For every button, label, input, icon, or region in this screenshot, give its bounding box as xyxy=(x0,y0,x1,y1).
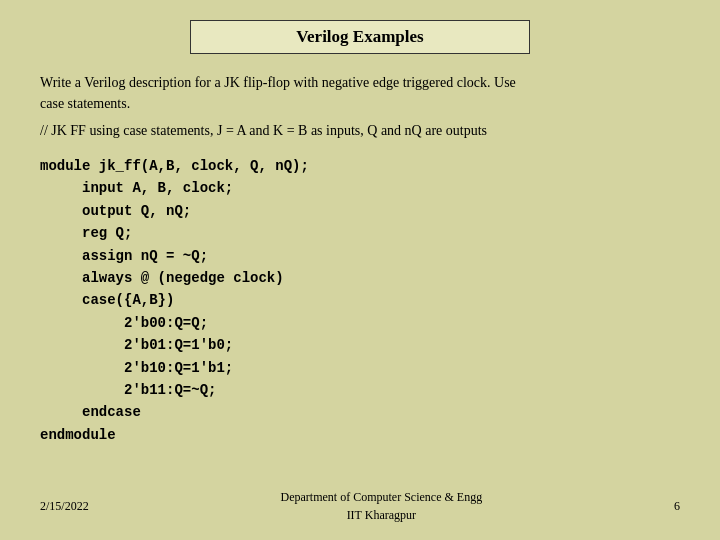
description-block: Write a Verilog description for a JK fli… xyxy=(40,72,680,114)
code-line-2: input A, B, clock; xyxy=(40,177,680,199)
title-box: Verilog Examples xyxy=(190,20,530,54)
comment-line: // JK FF using case statements, J = A an… xyxy=(40,120,680,141)
code-line-7: case({A,B}) xyxy=(40,289,680,311)
code-line-8: 2'b00:Q=Q; xyxy=(40,312,680,334)
code-line-5: assign nQ = ~Q; xyxy=(40,245,680,267)
code-line-12: endcase xyxy=(40,401,680,423)
code-line-4: reg Q; xyxy=(40,222,680,244)
footer-dept-line1: Department of Computer Science & Engg xyxy=(281,490,483,504)
code-line-9: 2'b01:Q=1'b0; xyxy=(40,334,680,356)
code-line-13: endmodule xyxy=(40,424,680,446)
code-line-11: 2'b11:Q=~Q; xyxy=(40,379,680,401)
code-line-1: module jk_ff(A,B, clock, Q, nQ); xyxy=(40,155,680,177)
footer: 2/15/2022 Department of Computer Science… xyxy=(0,488,720,524)
footer-dept-line2: IIT Kharagpur xyxy=(347,508,416,522)
slide-container: Verilog Examples Write a Verilog descrip… xyxy=(0,0,720,540)
slide-title: Verilog Examples xyxy=(296,27,423,46)
code-block: module jk_ff(A,B, clock, Q, nQ); input A… xyxy=(40,155,680,446)
code-line-6: always @ (negedge clock) xyxy=(40,267,680,289)
footer-date: 2/15/2022 xyxy=(40,499,89,514)
code-line-3: output Q, nQ; xyxy=(40,200,680,222)
description-line1: Write a Verilog description for a JK fli… xyxy=(40,75,516,90)
description-line2: case statements. xyxy=(40,96,130,111)
footer-center: Department of Computer Science & Engg II… xyxy=(281,488,483,524)
code-line-10: 2'b10:Q=1'b1; xyxy=(40,357,680,379)
footer-page-number: 6 xyxy=(674,499,680,514)
